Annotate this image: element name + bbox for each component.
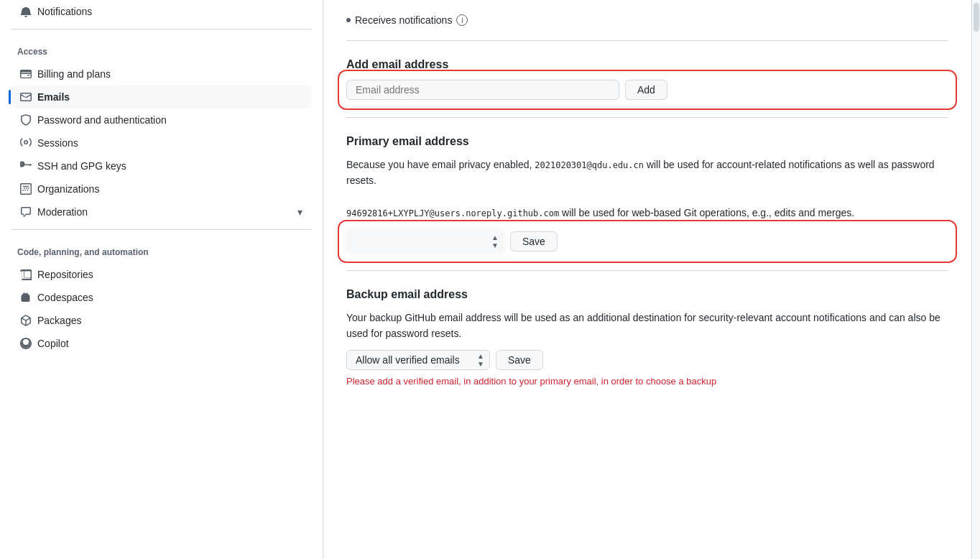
mail-icon — [20, 91, 32, 103]
broadcast-icon — [20, 137, 32, 149]
primary-email-save-button[interactable]: Save — [510, 231, 558, 251]
sidebar-item-moderation[interactable]: Moderation ▾ — [11, 200, 311, 223]
sidebar-item-billing-label: Billing and plans — [37, 68, 111, 80]
sidebar-item-copilot[interactable]: Copilot — [11, 332, 311, 355]
book-icon — [20, 269, 32, 280]
sidebar: Notifications Access Billing and plans E… — [0, 0, 323, 559]
chevron-down-icon: ▾ — [297, 206, 302, 218]
sidebar-item-notifications[interactable]: Notifications — [11, 0, 311, 23]
sidebar-item-sessions-label: Sessions — [37, 137, 78, 149]
backup-email-row: Allow all verified emails Only allow pri… — [346, 350, 948, 370]
comment-icon — [20, 206, 32, 218]
sidebar-item-repositories-label: Repositories — [37, 269, 93, 280]
backup-email-title: Backup email address — [346, 288, 948, 301]
receives-notifications-text: Receives notifications — [355, 14, 452, 26]
add-email-section: Add email address Add — [346, 41, 948, 118]
add-email-title: Add email address — [346, 58, 948, 71]
backup-email-save-button[interactable]: Save — [496, 350, 543, 370]
primary-email-blurred — [346, 230, 504, 253]
sidebar-item-ssh[interactable]: SSH and GPG keys — [11, 154, 311, 177]
sidebar-item-password-label: Password and authentication — [37, 114, 167, 126]
primary-email-addr2: 94692816+LXYPLJY@users.noreply.github.co… — [346, 208, 559, 218]
primary-email-desc1: Because you have email privacy enabled, — [346, 159, 535, 170]
notification-item: Receives notifications i — [346, 11, 948, 29]
box-icon — [20, 315, 32, 326]
sidebar-item-packages-label: Packages — [37, 315, 81, 326]
primary-email-title: Primary email address — [346, 135, 948, 148]
scrollbar-thumb[interactable] — [974, 3, 979, 32]
info-icon[interactable]: i — [456, 14, 468, 26]
organizations-icon — [20, 183, 32, 195]
primary-email-select-wrapper: ▲▼ — [346, 230, 504, 253]
bell-icon — [20, 6, 32, 17]
primary-email-desc: Because you have email privacy enabled, … — [346, 157, 948, 221]
backup-email-desc: Your backup GitHub email address will be… — [346, 310, 948, 342]
sidebar-item-sessions[interactable]: Sessions — [11, 131, 311, 154]
sidebar-divider — [11, 29, 311, 29]
sidebar-item-copilot-label: Copilot — [37, 338, 69, 349]
primary-email-section: Primary email address Because you have e… — [346, 118, 948, 271]
sidebar-item-ssh-label: SSH and GPG keys — [37, 160, 126, 172]
key-icon — [20, 160, 32, 172]
shield-icon — [20, 114, 32, 126]
sidebar-item-organizations[interactable]: Organizations — [11, 177, 311, 200]
primary-email-desc3: will be used for web-based Git operation… — [559, 207, 854, 218]
bullet-point — [346, 18, 351, 22]
copilot-icon — [20, 338, 32, 349]
backup-email-note: Please add a verified email, in addition… — [346, 376, 948, 387]
primary-email-row: ▲▼ Save — [346, 230, 948, 253]
backup-email-select-wrapper: Allow all verified emails Only allow pri… — [346, 350, 490, 370]
sidebar-item-packages[interactable]: Packages — [11, 309, 311, 332]
scrollbar-track[interactable] — [971, 0, 980, 559]
sidebar-item-billing[interactable]: Billing and plans — [11, 63, 311, 86]
sidebar-divider-2 — [11, 229, 311, 230]
add-email-button[interactable]: Add — [625, 80, 667, 100]
email-input[interactable] — [346, 80, 619, 100]
add-email-row: Add — [346, 80, 948, 100]
sidebar-item-repositories[interactable]: Repositories — [11, 263, 311, 286]
sidebar-section-code: Code, planning, and automation — [11, 236, 311, 263]
sidebar-item-organizations-label: Organizations — [37, 183, 99, 195]
sidebar-item-notifications-label: Notifications — [37, 6, 92, 17]
sidebar-item-emails-label: Emails — [37, 91, 70, 103]
sidebar-item-codespaces-label: Codespaces — [37, 292, 93, 303]
sidebar-item-emails[interactable]: Emails — [11, 86, 311, 108]
main-content: Receives notifications i Add email addre… — [323, 0, 971, 559]
sidebar-item-password[interactable]: Password and authentication — [11, 108, 311, 131]
codespaces-icon — [20, 292, 32, 303]
sidebar-item-moderation-label: Moderation — [37, 206, 88, 218]
primary-email-addr1: 2021020301@qdu.edu.cn — [535, 160, 644, 170]
sidebar-section-access: Access — [11, 35, 311, 63]
backup-email-select[interactable]: Allow all verified emails Only allow pri… — [346, 350, 490, 370]
backup-email-section: Backup email address Your backup GitHub … — [346, 271, 948, 405]
sidebar-item-codespaces[interactable]: Codespaces — [11, 286, 311, 309]
credit-card-icon — [20, 68, 32, 80]
receives-notifications-section: Receives notifications i — [346, 0, 948, 41]
